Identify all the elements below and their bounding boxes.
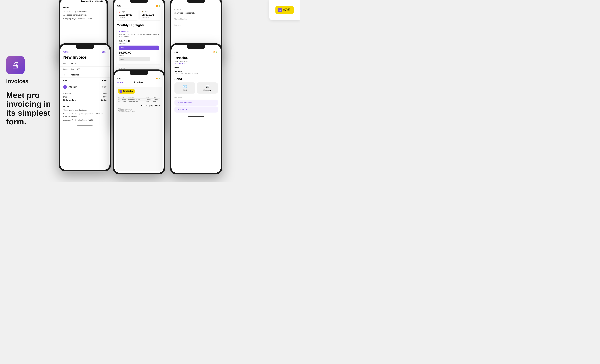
address-field[interactable]: Address	[171, 22, 221, 28]
app-icon: 🖨	[6, 56, 25, 75]
appleseed-text: APPLES CONSTR...	[283, 8, 291, 12]
appleseed-icon: ▲	[278, 8, 282, 12]
mail-icon: ✉️	[183, 84, 187, 88]
phone-new-invoice: Cancel Save New Invoice No: INV001 Date:…	[59, 43, 111, 171]
invoice-no-field: No: INV001	[60, 61, 110, 66]
attach-pdf-button[interactable]: Attach PDF	[175, 106, 218, 112]
hero-section: 🖨 Invoices Meet pro invoicing in its sim…	[0, 0, 62, 182]
preview-nav: Done Preview	[114, 80, 164, 85]
paid-card: 💳 Paid £8,910.00 This Month	[140, 9, 161, 20]
unpaid-card: 📊 Unpaid £10,310.00 3 invoices	[117, 9, 138, 20]
balance-due-amount: £1,260.00	[94, 0, 103, 2]
save-button[interactable]: Save	[102, 51, 107, 53]
balance-row: Balance Due £0.00	[63, 98, 107, 102]
items-header: Item Total	[60, 78, 110, 83]
highlight-card: Received Your payments received are up t…	[117, 28, 161, 64]
invoice-nav: Cancel Save	[60, 49, 110, 54]
preview-notes: Notes Thank you for your business. Apple…	[118, 108, 160, 112]
logo-text: APPLESEED CONSTRUCTION	[123, 90, 133, 93]
appleseed-logo: ▲ APPLES CONSTR...	[275, 6, 294, 14]
copy-share-button[interactable]: Copy Share Link...	[175, 100, 218, 106]
table-row: 1.00 Service Cleanup after works 50.00 5…	[118, 101, 160, 103]
status-bar-3: 9:41 📶 🔋	[114, 3, 164, 7]
invoice-detail-header: Invoice Due: 02/08/2023 To: Kate Bell ›	[171, 54, 221, 65]
home-indicator-2	[77, 125, 93, 125]
send-section: Send ✉️ Mail 💬 Message	[171, 76, 221, 95]
insights-summary: 📊 Unpaid £10,310.00 3 invoices 💳 Paid £8…	[114, 7, 164, 22]
phone-notch-3	[130, 0, 148, 3]
battery-icon: 🔋	[159, 5, 160, 7]
wifi-icon: 📶	[156, 5, 158, 7]
mail-button[interactable]: ✉️ Mail	[175, 83, 195, 93]
highlights-title: Monthly Highlights	[114, 22, 164, 28]
note-line3: Company Registration No: 123456	[63, 17, 103, 20]
subtotal-row: Subtotal 0.00	[63, 92, 107, 95]
app-title: Invoices	[6, 78, 56, 84]
done-button[interactable]: Done	[117, 81, 123, 84]
wifi-icon-4: 📶	[156, 78, 158, 79]
optional-label: OPTIONAL	[171, 8, 221, 10]
balance-due-label: Balance Due	[81, 0, 93, 2]
invoice-date-field[interactable]: Date: 3 Jul 2023	[60, 66, 110, 72]
hero-tagline: Meet pro invoicing in its simplest form.	[6, 91, 56, 126]
new-invoice-screen: Cancel Save New Invoice No: INV001 Date:…	[60, 45, 110, 170]
service-item: Service 1 x 1000.00 · Repairs to roof ar…	[171, 69, 221, 76]
stamp-icon: 🖨	[11, 61, 19, 70]
add-item-row[interactable]: + Add Item 0.00	[60, 83, 110, 91]
logo-icon: ▲	[120, 90, 122, 93]
message-button[interactable]: 💬 Message	[197, 83, 218, 93]
send-buttons: ✉️ Mail 💬 Message	[175, 83, 218, 93]
phone-notch-6	[187, 45, 205, 49]
options-section: OPTIONS Copy Share Link... Attach PDF	[171, 95, 221, 115]
invoice-table: Qty Unit Description Price Total 1.00 Se…	[118, 96, 160, 103]
invoice-detail-screen: 9:41 📶 🔋 Invoice Due: 02/08/2023 To: Kat…	[171, 45, 221, 173]
july-bar: July	[119, 46, 159, 50]
notes-label: Notes	[63, 7, 103, 9]
notes-section: Notes Thank you for your business. Apple…	[60, 4, 107, 49]
note-line2: Appleseed Construction Ltd.	[63, 14, 103, 17]
battery-icon-4: 🔋	[159, 78, 160, 79]
phone-invoice-detail: 9:41 📶 🔋 Invoice Due: 02/08/2023 To: Kat…	[170, 43, 222, 174]
invoice-to-field[interactable]: To: Kate Bell	[60, 72, 110, 78]
invoice-notes: Notes Thank you for your business. Pleas…	[60, 103, 110, 124]
phone-field[interactable]: Phone Number	[171, 16, 221, 22]
phone-notch-4	[130, 71, 148, 75]
paid-row: Paid -0.00	[63, 95, 107, 98]
phone-notch-5	[187, 0, 205, 3]
status-bar-4: 9:41 📶 🔋	[114, 76, 164, 80]
battery-icon-6: 🔋	[216, 51, 218, 53]
totals-section: Subtotal 0.00 Paid -0.00 Balance Due £0.…	[60, 91, 110, 103]
preview-screen: 9:41 📶 🔋 Done Preview ▲ APPLESEED CONSTR…	[114, 71, 164, 173]
invoice-title: New Invoice	[60, 54, 110, 61]
email-field[interactable]: john@appleseedconstr...	[171, 10, 221, 16]
table-row: 1.00 Service Repairs to roof and gutter …	[118, 98, 160, 101]
appleseed-logo-card: ▲ APPLES CONSTR...	[269, 0, 300, 20]
preview-balance: Balance Due (GBP) £1,260.00	[118, 104, 160, 106]
june-bar: June	[119, 57, 159, 61]
cancel-button[interactable]: Cancel	[63, 51, 70, 53]
phone-preview: 9:41 📶 🔋 Done Preview ▲ APPLESEED CONSTR…	[113, 69, 165, 174]
status-bar-6: 9:41 📶 🔋	[171, 49, 221, 54]
message-icon: 💬	[206, 84, 209, 88]
phone-notch	[76, 45, 94, 49]
wifi-icon-6: 📶	[213, 51, 215, 53]
add-item-button[interactable]: +	[63, 85, 67, 89]
note-line1: Thank you for your business.	[63, 10, 103, 13]
home-indicator-6	[188, 116, 204, 117]
invoice-preview: ▲ APPLESEED CONSTRUCTION Qty Unit Descri…	[116, 87, 162, 171]
company-logo: ▲ APPLESEED CONSTRUCTION	[118, 89, 135, 93]
